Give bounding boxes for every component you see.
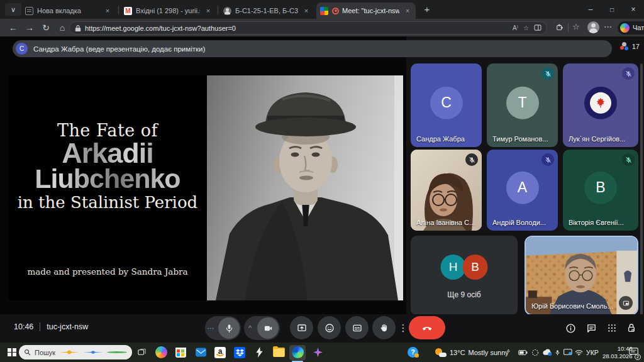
self-view-tile[interactable]: Юрій Борисович Смоль... — [525, 236, 638, 315]
presentation-stage[interactable]: The Fate of Arkadii Liubchenko in the St… — [0, 36, 406, 314]
back-button[interactable]: ← — [6, 21, 20, 34]
activities-grid-button[interactable] — [605, 321, 619, 335]
people-icon — [620, 42, 629, 51]
microsoft-store-icon[interactable] — [172, 345, 189, 360]
favorite-star-icon[interactable]: ☆ — [523, 25, 529, 31]
reactions-button[interactable] — [318, 316, 341, 339]
slide: The Fate of Arkadii Liubchenko in the St… — [8, 75, 403, 300]
host-controls-lock-button[interactable] — [625, 321, 638, 335]
mic-off-badge — [465, 153, 478, 166]
profile-avatar[interactable] — [587, 21, 599, 33]
help-app-icon[interactable]: ? — [408, 343, 418, 362]
tab-close-icon[interactable]: × — [103, 7, 112, 14]
forward-button[interactable]: → — [23, 21, 36, 34]
weather-widget[interactable]: 13°C Mostly sunny — [435, 343, 509, 362]
mic-activity-icon: ⋯ — [205, 324, 217, 332]
avatar: А — [506, 171, 539, 204]
tab-close-icon[interactable]: × — [403, 7, 412, 14]
participant-count[interactable]: 17 — [620, 42, 640, 51]
tab-new-page[interactable]: Нова вкладка × — [21, 3, 116, 19]
lightning-app-icon[interactable] — [251, 345, 267, 360]
windows-taskbar: Пошук a — [0, 343, 644, 362]
camera-options-chevron[interactable]: ^ — [244, 324, 256, 332]
participant-tile[interactable]: C Сандра Жабра — [411, 63, 482, 147]
notification-center-button[interactable]: 2 — [629, 343, 638, 362]
participant-tile-video[interactable]: Аліна Іванівна С... — [411, 150, 482, 231]
avatar: Н — [441, 255, 466, 280]
task-view-button[interactable] — [133, 345, 150, 360]
extensions-icon[interactable] — [555, 22, 564, 33]
copilot-icon — [620, 23, 630, 33]
edge-browser-icon[interactable] — [289, 345, 306, 360]
reload-button[interactable]: ↻ — [39, 21, 53, 34]
copilot-chat-button[interactable]: Чат — [618, 21, 644, 35]
tray-expand-chevron[interactable]: ^ — [507, 343, 510, 362]
meet-icon — [320, 7, 328, 15]
battery-icon[interactable] — [518, 343, 528, 362]
home-button[interactable]: ⌂ — [55, 21, 69, 34]
language-indicator[interactable]: УКР — [586, 343, 599, 362]
new-tab-button[interactable]: + — [420, 3, 434, 16]
presenter-banner[interactable]: C Сандра Жабра (веде презентацію, додає … — [13, 40, 612, 57]
end-call-button[interactable] — [409, 316, 445, 339]
participant-tile[interactable]: Лук`ян Сергійов... — [563, 63, 638, 147]
tab-classroom[interactable]: Б-С1-25-1-ЕВ, Б-С3-25-1-МВ, Б-D × — [219, 3, 314, 19]
participant-name: Тимур Романов... — [492, 135, 548, 143]
amazon-app-icon[interactable]: a — [212, 345, 228, 360]
canada-roundel-avatar — [584, 86, 617, 119]
tray-mic-icon[interactable] — [555, 343, 560, 362]
participant-name: Лук`ян Сергійов... — [569, 135, 625, 143]
participant-name: Андрій Володи... — [492, 219, 546, 226]
split-screen-icon[interactable] — [534, 25, 541, 32]
more-participants-tile[interactable]: Н В Ще 9 осіб — [411, 236, 518, 315]
camera-icon[interactable] — [257, 317, 279, 339]
camera-control[interactable]: ^ — [244, 316, 280, 340]
browser-menu-icon[interactable]: ⋯ — [604, 22, 612, 31]
address-bar[interactable]: https://meet.google.com/tuc-jcxt-nsw?aut… — [69, 21, 547, 35]
mic-control[interactable]: ⋯ — [205, 316, 241, 340]
maximize-button[interactable]: □ — [601, 0, 623, 19]
picture-in-picture-button[interactable] — [619, 296, 633, 310]
meeting-code: tuc-jcxt-nsw — [47, 322, 88, 331]
captions-button[interactable] — [345, 316, 369, 339]
raise-hand-button[interactable] — [372, 316, 396, 339]
taskbar-clock[interactable]: 10:46 28.03.2026 — [602, 343, 633, 362]
screen-share-icon[interactable] — [564, 343, 572, 362]
recording-indicator-icon — [332, 8, 339, 14]
wifi-icon[interactable] — [575, 343, 583, 362]
person-icon — [223, 7, 231, 15]
participant-name: Вікторія Євгенії... — [569, 219, 624, 226]
file-explorer-icon[interactable] — [270, 345, 287, 360]
notification-badge: 2 — [635, 354, 641, 360]
banner-text: Сандра Жабра (веде презентацію, додає пр… — [33, 45, 205, 53]
participant-tile[interactable]: А Андрій Володи... — [487, 150, 558, 231]
read-aloud-icon[interactable]: A⁾ — [513, 25, 518, 31]
onedrive-icon[interactable] — [542, 343, 552, 362]
tab-close-icon[interactable]: × — [204, 7, 213, 14]
participants-scrollbar[interactable] — [640, 63, 643, 315]
update-status-icon[interactable] — [531, 343, 539, 362]
start-button[interactable] — [4, 345, 20, 360]
minimize-button[interactable]: – — [580, 0, 601, 19]
tab-meet-active[interactable]: Meet: "tuc-jcxt-nsw" × — [316, 3, 416, 19]
participant-tile[interactable]: Т Тимур Романов... — [487, 63, 558, 147]
close-window-button[interactable]: × — [623, 0, 644, 19]
present-button[interactable] — [290, 316, 313, 339]
slide-title-line3: Liubchenko — [8, 166, 207, 192]
tab-gmail[interactable]: M Вхідні (1 298) - yurii.smolnikov@g × — [120, 3, 216, 19]
more-participants-label: Ще 9 осіб — [411, 290, 518, 299]
mic-icon[interactable] — [218, 317, 240, 339]
gemini-sparkle-icon[interactable] — [309, 345, 326, 360]
chat-button[interactable] — [584, 321, 598, 335]
participant-tile[interactable]: В Вікторія Євгенії... — [563, 150, 638, 231]
mail-app-icon[interactable] — [192, 345, 209, 360]
tab-close-icon[interactable]: × — [302, 7, 311, 14]
meeting-time: 10:46 — [14, 322, 33, 331]
tab-search-caret-icon[interactable]: ∨ — [5, 3, 21, 16]
avatar: C — [430, 86, 463, 119]
copilot-app-icon[interactable] — [153, 345, 169, 360]
meeting-details-button[interactable] — [564, 321, 577, 335]
collections-star-icon[interactable]: ☆ — [572, 22, 580, 31]
dropbox-app-icon[interactable] — [231, 345, 248, 360]
taskbar-search[interactable]: Пошук — [19, 345, 132, 359]
